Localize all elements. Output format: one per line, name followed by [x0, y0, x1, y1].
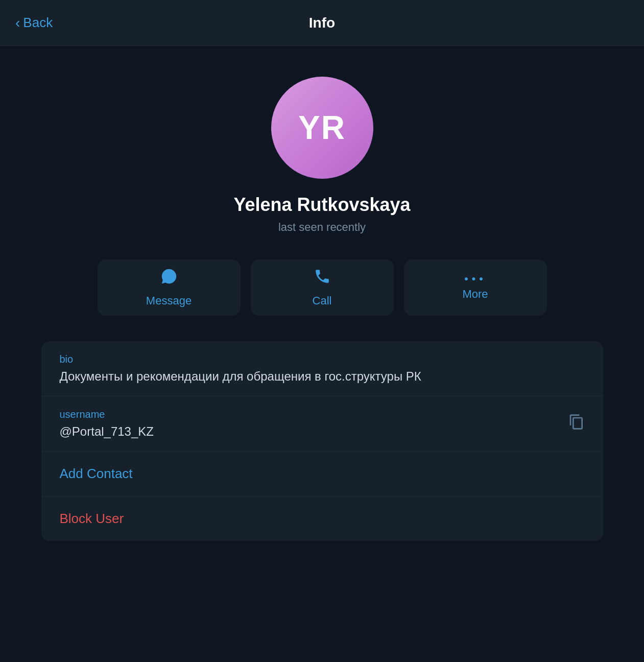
bio-label: bio [60, 353, 585, 365]
header: ‹ Back Info [0, 0, 644, 46]
more-button[interactable]: ●●● More [404, 259, 547, 316]
username-value: @Portal_713_KZ [60, 424, 568, 439]
back-label: Back [23, 15, 53, 31]
call-button[interactable]: Call [251, 259, 394, 316]
bio-value: Документы и рекомендации для обращения в… [60, 369, 585, 384]
avatar: YR [271, 77, 373, 179]
message-button[interactable]: Message [98, 259, 241, 316]
info-card: bio Документы и рекомендации для обращен… [41, 341, 603, 541]
user-status: last seen recently [278, 221, 366, 234]
username-row: username @Portal_713_KZ [41, 396, 603, 452]
message-label: Message [146, 294, 192, 308]
back-button[interactable]: ‹ Back [15, 15, 53, 31]
block-user-label[interactable]: Block User [60, 511, 124, 526]
header-title: Info [309, 15, 335, 31]
copy-icon[interactable] [568, 414, 585, 434]
bio-row: bio Документы и рекомендации для обращен… [41, 341, 603, 396]
main-content: YR Yelena Rutkovskaya last seen recently… [0, 46, 644, 541]
username-label: username [60, 409, 568, 420]
user-name: Yelena Rutkovskaya [233, 194, 410, 216]
add-contact-label[interactable]: Add Contact [60, 466, 133, 481]
more-icon: ●●● [464, 274, 486, 282]
username-content: username @Portal_713_KZ [60, 409, 568, 439]
more-label: More [462, 288, 488, 301]
avatar-initials: YR [298, 109, 346, 147]
message-icon [160, 268, 178, 289]
action-buttons: Message Call ●●● More [57, 259, 588, 316]
block-user-row[interactable]: Block User [41, 497, 603, 541]
back-chevron-icon: ‹ [15, 15, 20, 31]
call-label: Call [313, 294, 332, 308]
add-contact-row[interactable]: Add Contact [41, 452, 603, 497]
call-icon [314, 268, 331, 289]
